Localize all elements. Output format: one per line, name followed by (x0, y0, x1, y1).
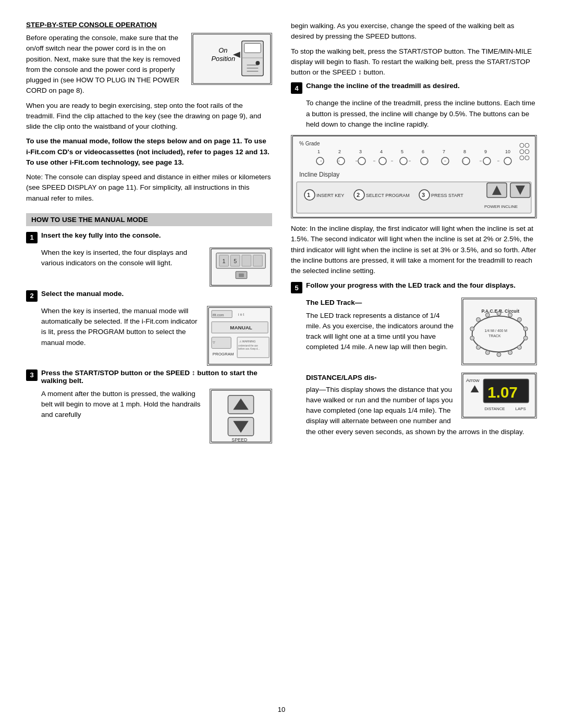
svg-text:Incline Display: Incline Display (299, 171, 339, 178)
svg-text:SELECT PROGRAM: SELECT PROGRAM (366, 193, 410, 198)
svg-point-98 (508, 351, 512, 355)
svg-text:% Grade: % Grade (299, 141, 320, 146)
step-3-title: Press the START/STOP button or the SPEED… (41, 369, 258, 385)
incline-display-figure: % Grade 1 2 3 4 5 6 7 8 9 10 (291, 135, 537, 218)
svg-point-80 (525, 143, 529, 147)
svg-point-82 (525, 150, 529, 154)
continue-text: begin walking. As you exercise, change t… (291, 21, 537, 42)
svg-text:2: 2 (338, 149, 341, 154)
page-number: 10 (278, 706, 285, 713)
step-1-block: 1 Insert the key fully into the console. (26, 231, 272, 243)
step-4-block: 4 Change the incline of the treadmill as… (291, 82, 537, 94)
step-3-block: 3 Press the START/STOP button or the SPE… (26, 369, 272, 385)
svg-text:5: 5 (234, 258, 237, 264)
svg-rect-20 (239, 274, 244, 277)
svg-point-81 (520, 150, 524, 154)
svg-text:POWER INCLINE: POWER INCLINE (484, 204, 518, 209)
svg-text:1: 1 (223, 258, 226, 264)
manual-figure-svg: ifit.com i n t MANUAL ▽ ⚠ WARNING unders… (207, 306, 272, 366)
key-figure-svg: 1 5 (210, 248, 272, 287)
svg-text:1: 1 (307, 192, 310, 198)
svg-text:i  n  t: i n t (238, 312, 244, 316)
svg-text:understand the use: understand the use (238, 344, 258, 347)
svg-point-96 (523, 336, 528, 340)
incline-svg: % Grade 1 2 3 4 5 6 7 8 9 10 (291, 135, 536, 218)
step-3-figure: SPEED (210, 389, 272, 443)
note-text: Note: The console can display speed and … (26, 172, 272, 204)
svg-text:Position: Position (212, 55, 236, 63)
svg-point-79 (520, 143, 524, 147)
svg-text:1/4 Mi / 400 M: 1/4 Mi / 400 M (484, 329, 507, 332)
svg-text:5: 5 (401, 149, 403, 154)
svg-text:MANUAL: MANUAL (230, 325, 252, 330)
svg-text:1: 1 (317, 149, 320, 154)
svg-text:6: 6 (422, 149, 424, 154)
svg-point-90 (476, 318, 481, 322)
svg-text:LAPS: LAPS (516, 406, 526, 411)
bold-para: To use the manual mode, follow the steps… (26, 136, 272, 168)
step-2-figure: ifit.com i n t MANUAL ▽ ⚠ WARNING unders… (207, 306, 272, 366)
svg-text:TRACK: TRACK (488, 334, 501, 338)
svg-text:SPEED: SPEED (231, 437, 247, 442)
svg-point-103 (470, 327, 474, 331)
svg-point-56 (400, 157, 407, 165)
step-4-body: To change the incline of the treadmill, … (306, 98, 537, 130)
svg-point-84 (525, 156, 529, 160)
svg-text:4: 4 (380, 149, 383, 154)
svg-text:8: 8 (463, 149, 466, 154)
step-2-number: 2 (26, 290, 38, 302)
svg-point-91 (485, 313, 489, 317)
step-2-title: Select the manual mode. (41, 290, 124, 298)
svg-point-54 (358, 157, 365, 165)
svg-text:3: 3 (422, 192, 425, 198)
svg-rect-16 (253, 255, 263, 266)
svg-text:PRESS START: PRESS START (431, 193, 463, 198)
how-to-use-manual-mode-heading: HOW TO USE THE MANUAL MODE (26, 213, 272, 226)
svg-point-101 (476, 346, 481, 350)
step-5-number: 5 (291, 282, 302, 293)
on-position-svg: On Position (192, 33, 272, 85)
svg-rect-15 (242, 255, 251, 266)
svg-text:On: On (218, 46, 227, 54)
svg-point-6 (255, 61, 260, 65)
step-3-number: 3 (26, 369, 38, 381)
svg-point-94 (518, 318, 522, 322)
svg-point-100 (485, 351, 489, 355)
svg-point-55 (379, 157, 386, 165)
svg-text:before use. Keep d...: before use. Keep d... (238, 347, 260, 350)
svg-text:7: 7 (443, 149, 445, 154)
svg-point-95 (523, 327, 528, 331)
svg-text:9: 9 (484, 149, 487, 154)
svg-point-83 (520, 156, 524, 160)
svg-point-60 (483, 157, 491, 165)
svg-point-99 (497, 353, 501, 357)
svg-text:⚠ WARNING: ⚠ WARNING (239, 340, 255, 343)
step-1-figure: 1 5 (210, 248, 272, 287)
svg-point-92 (497, 312, 501, 316)
svg-text:▽: ▽ (213, 340, 215, 344)
incline-note: Note: In the incline display, the first … (291, 224, 537, 276)
section-heading: STEP-BY-STEP CONSOLE OPERATION (26, 21, 272, 29)
step-1-title: Insert the key fully into the console. (41, 231, 161, 239)
led-track-figure: P.A.C.E.R. Circuit 1/4 Mi / 400 M TRACK (461, 298, 537, 365)
svg-text:2: 2 (357, 192, 360, 198)
stop-text: To stop the walking belt, press the STAR… (291, 46, 537, 78)
on-position-figure: On Position (191, 33, 272, 85)
svg-point-97 (518, 346, 522, 350)
svg-text:INSERT KEY: INSERT KEY (316, 193, 344, 198)
svg-text:Arrow: Arrow (466, 378, 480, 384)
dist-svg: Arrow 1.07 DISTANCE LAPS (462, 373, 536, 418)
svg-point-93 (508, 313, 512, 317)
step-1-number: 1 (26, 232, 38, 243)
svg-text:10: 10 (505, 149, 510, 154)
svg-text:ifit.com: ifit.com (213, 313, 224, 316)
svg-text:3: 3 (359, 149, 362, 154)
speed-figure-svg: SPEED (210, 389, 272, 443)
svg-point-102 (470, 336, 474, 340)
led-track-svg: P.A.C.E.R. Circuit 1/4 Mi / 400 M TRACK (462, 298, 536, 365)
step-4-number: 4 (291, 82, 302, 94)
svg-rect-4 (244, 43, 261, 53)
step-5-block: 5 Follow your progress with the LED trac… (291, 281, 537, 293)
step-5-title: Follow your progress with the LED track … (306, 281, 516, 289)
step-4-title: Change the incline of the treadmill as d… (306, 82, 460, 90)
